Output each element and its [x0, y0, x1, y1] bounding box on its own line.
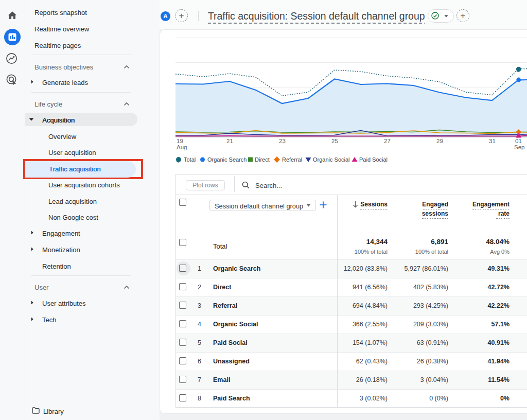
svg-text:25: 25 — [331, 138, 338, 144]
svg-text:Organic Search: Organic Search — [207, 156, 247, 163]
svg-text:Paid Social: Paid Social — [359, 156, 388, 163]
svg-text:19: 19 — [177, 138, 183, 144]
svg-text:21: 21 — [226, 138, 233, 144]
svg-text:01: 01 — [515, 138, 522, 144]
svg-text:Organic Social: Organic Social — [313, 156, 350, 163]
svg-text:23: 23 — [279, 138, 286, 144]
svg-text:Referral: Referral — [282, 156, 302, 163]
svg-text:Sep: Sep — [514, 144, 524, 150]
svg-text:31: 31 — [489, 138, 496, 144]
svg-text:29: 29 — [436, 138, 443, 144]
svg-text:Total: Total — [184, 156, 196, 163]
svg-text:Aug: Aug — [177, 144, 187, 150]
svg-text:27: 27 — [384, 138, 391, 144]
svg-text:Direct: Direct — [255, 156, 270, 163]
